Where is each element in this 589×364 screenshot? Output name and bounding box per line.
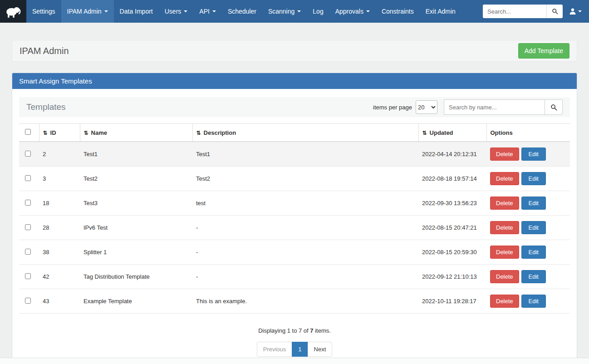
- delete-button[interactable]: Delete: [490, 295, 519, 308]
- table-header-row: ⇅ID ⇅Name ⇅Description ⇅Updated Options: [19, 124, 570, 142]
- nav-item-exit-admin[interactable]: Exit Admin: [420, 0, 461, 23]
- nav-item-users[interactable]: Users: [159, 0, 194, 23]
- column-header-description[interactable]: ⇅Description: [192, 124, 418, 142]
- column-header-options: Options: [486, 124, 570, 142]
- app-logo[interactable]: [0, 0, 26, 23]
- select-all-checkbox[interactable]: [25, 129, 31, 135]
- sort-icon: ⇅: [84, 130, 88, 136]
- table-row: 18Test3test2022-09-30 13:56:23DeleteEdit: [19, 191, 570, 216]
- templates-table-body: 2Test1Test12022-04-14 20:12:31DeleteEdit…: [19, 142, 570, 314]
- edit-button[interactable]: Edit: [521, 221, 546, 234]
- cell-name: IPv6 Test: [80, 216, 192, 240]
- cell-name: Test3: [80, 191, 192, 216]
- page-title: IPAM Admin: [20, 46, 518, 56]
- user-icon: [569, 8, 576, 15]
- name-search-group: [444, 99, 563, 115]
- nav-item-label: Scheduler: [228, 8, 256, 15]
- table-row: 43Example TemplateThis is an example.202…: [19, 289, 570, 314]
- cell-options: DeleteEdit: [486, 216, 570, 240]
- column-header-id[interactable]: ⇅ID: [39, 124, 80, 142]
- row-checkbox[interactable]: [25, 224, 31, 230]
- cell-select: [19, 216, 39, 240]
- nav-item-log[interactable]: Log: [307, 0, 329, 23]
- cell-options: DeleteEdit: [486, 265, 570, 289]
- delete-button[interactable]: Delete: [490, 246, 519, 259]
- previous-page-button[interactable]: Previous: [257, 342, 293, 357]
- edit-button[interactable]: Edit: [521, 246, 546, 259]
- column-header-select: [19, 124, 39, 142]
- name-search-button[interactable]: [545, 99, 563, 115]
- row-checkbox[interactable]: [25, 151, 31, 157]
- cell-id: 3: [39, 167, 80, 191]
- results-summary: Displaying 1 to 7 of 7 items.: [19, 327, 570, 334]
- chevron-down-icon: [184, 10, 187, 12]
- column-header-updated[interactable]: ⇅Updated: [418, 124, 486, 142]
- page-titlebar: IPAM Admin Add Template: [12, 40, 577, 62]
- edit-button[interactable]: Edit: [521, 270, 546, 283]
- top-navbar: SettingsIPAM AdminData ImportUsersAPISch…: [0, 0, 589, 23]
- cell-description: This is an example.: [192, 289, 418, 314]
- search-icon: [552, 8, 558, 15]
- page-1-button[interactable]: 1: [292, 342, 308, 357]
- nav-item-constraints[interactable]: Constraints: [376, 0, 420, 23]
- delete-button[interactable]: Delete: [490, 221, 519, 234]
- sort-icon: ⇅: [422, 130, 427, 136]
- cell-id: 38: [39, 240, 80, 265]
- cell-select: [19, 167, 39, 191]
- cell-description: -: [192, 240, 418, 265]
- add-template-button[interactable]: Add Template: [518, 43, 569, 59]
- navbar-search: [483, 0, 563, 23]
- chevron-down-icon: [104, 10, 108, 12]
- nav-item-label: Data Import: [120, 8, 153, 15]
- row-checkbox[interactable]: [25, 273, 31, 279]
- cell-name: Splitter 1: [80, 240, 192, 265]
- nav-item-label: IPAM Admin: [67, 8, 102, 15]
- edit-button[interactable]: Edit: [521, 172, 546, 185]
- cell-updated: 2022-08-15 20:59:30: [418, 240, 486, 265]
- pagination: Previous 1 Next: [19, 342, 570, 357]
- user-menu[interactable]: [569, 0, 582, 23]
- row-checkbox[interactable]: [25, 249, 31, 255]
- sort-icon: ⇅: [43, 130, 48, 136]
- cell-id: 28: [39, 216, 80, 240]
- delete-button[interactable]: Delete: [490, 172, 519, 185]
- cell-options: DeleteEdit: [486, 289, 570, 314]
- nav-item-ipam-admin[interactable]: IPAM Admin: [61, 0, 114, 23]
- name-search-input[interactable]: [444, 99, 545, 115]
- chevron-down-icon: [366, 10, 370, 12]
- nav-item-approvals[interactable]: Approvals: [329, 0, 376, 23]
- delete-button[interactable]: Delete: [490, 270, 519, 283]
- panel-header: Smart Assign Templates: [12, 73, 577, 89]
- panel-body: Templates items per page 20: [12, 89, 577, 364]
- cell-name: Test2: [80, 167, 192, 191]
- edit-button[interactable]: Edit: [521, 148, 546, 161]
- nav-item-scanning[interactable]: Scanning: [262, 0, 307, 23]
- nav-item-settings[interactable]: Settings: [26, 0, 61, 23]
- row-checkbox[interactable]: [25, 298, 31, 304]
- next-page-button[interactable]: Next: [308, 342, 333, 357]
- table-row: 3Test2Test22022-08-18 19:57:14DeleteEdit: [19, 167, 570, 191]
- cell-id: 42: [39, 265, 80, 289]
- items-per-page-select[interactable]: 20: [416, 100, 437, 114]
- cell-id: 18: [39, 191, 80, 216]
- row-checkbox[interactable]: [25, 200, 31, 206]
- delete-button[interactable]: Delete: [490, 197, 519, 210]
- global-search-input[interactable]: [483, 5, 546, 18]
- nav-item-label: Settings: [32, 8, 55, 15]
- nav-item-label: Constraints: [382, 8, 414, 15]
- cell-description: -: [192, 265, 418, 289]
- smart-assign-templates-panel: Smart Assign Templates Templates items p…: [12, 73, 577, 364]
- edit-button[interactable]: Edit: [521, 295, 546, 308]
- row-checkbox[interactable]: [25, 175, 31, 181]
- nav-item-scheduler[interactable]: Scheduler: [222, 0, 262, 23]
- cell-description: test: [192, 191, 418, 216]
- edit-button[interactable]: Edit: [521, 197, 546, 210]
- nav-item-data-import[interactable]: Data Import: [114, 0, 159, 23]
- delete-button[interactable]: Delete: [490, 148, 519, 161]
- global-search-button[interactable]: [546, 5, 563, 18]
- nav-item-api[interactable]: API: [193, 0, 222, 23]
- search-icon: [550, 104, 557, 111]
- nav-item-label: API: [199, 8, 210, 15]
- cell-name: Tag Distribution Template: [80, 265, 192, 289]
- column-header-name[interactable]: ⇅Name: [80, 124, 192, 142]
